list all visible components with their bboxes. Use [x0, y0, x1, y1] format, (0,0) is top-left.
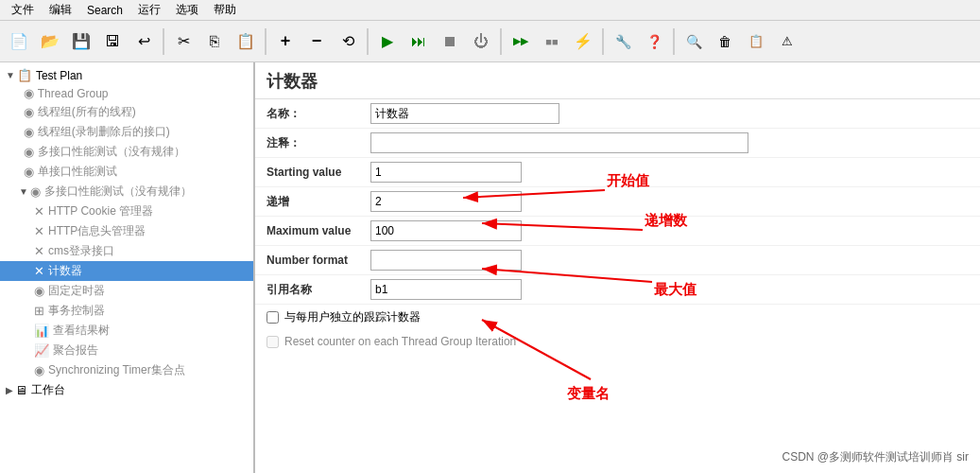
- toolbar-run-group: ▶ ⏭ ⏹ ⏻: [372, 26, 496, 57]
- toolbar-misc-group: 🔧 ❓: [608, 26, 669, 57]
- sidebar-item-transaction[interactable]: ⊞ 事务控制器: [0, 301, 253, 321]
- copy-button[interactable]: ⎘: [199, 26, 230, 57]
- starting-value-input[interactable]: [370, 162, 522, 183]
- menu-help[interactable]: 帮助: [206, 0, 244, 20]
- starting-value-label: Starting value: [266, 166, 370, 179]
- number-format-row: Number format: [255, 246, 980, 275]
- multi-norule2-icon: ◉: [30, 184, 41, 199]
- new-test-plan-button[interactable]: 📄: [4, 26, 34, 57]
- remove-button[interactable]: −: [301, 26, 332, 57]
- run-button[interactable]: ▶: [372, 26, 403, 57]
- reset-counter-label: Reset counter on each Thread Group Itera…: [284, 335, 516, 348]
- cut-button[interactable]: ✂: [168, 26, 198, 57]
- revert-button[interactable]: ↩: [129, 26, 159, 57]
- name-input[interactable]: [370, 103, 559, 124]
- sidebar-item-http-cookie[interactable]: ✕ HTTP Cookie 管理器: [0, 201, 253, 221]
- open-file-button[interactable]: 📂: [35, 26, 65, 57]
- menu-edit[interactable]: 编辑: [42, 0, 79, 20]
- sep6: [673, 28, 675, 55]
- clear-all-button[interactable]: 🗑: [710, 26, 740, 57]
- starting-value-row: Starting value: [255, 158, 980, 187]
- increment-label: 递增: [266, 194, 370, 210]
- menu-options[interactable]: 选项: [168, 0, 206, 20]
- paste-button[interactable]: 📋: [231, 26, 261, 57]
- sidebar-item-workbench[interactable]: ▶ 🖥 工作台: [0, 380, 253, 400]
- thread-login-label: 线程组(录制删除后的接口): [38, 124, 170, 140]
- menubar: 文件 编辑 Search 运行 选项 帮助: [0, 0, 980, 21]
- sidebar-item-aggregate-report[interactable]: 📈 聚合报告: [0, 341, 253, 360]
- cms-login-label: cms登录接口: [48, 243, 114, 259]
- function-helper-button[interactable]: 🔧: [608, 26, 638, 57]
- thread-all-label: 线程组(所有的线程): [38, 104, 136, 120]
- sidebar-item-view-results[interactable]: 📊 查看结果树: [0, 321, 253, 341]
- expand-test-plan-icon: ▼: [6, 70, 15, 80]
- content-panel: 计数器 名称： 注释： Starting value 递增 Maximum va…: [255, 62, 980, 473]
- thread-group-icon: ◉: [24, 86, 34, 100]
- panel-title: 计数器: [255, 62, 980, 99]
- sidebar-item-counter[interactable]: ✕ 计数器: [0, 261, 253, 281]
- multi-norule-icon: ◉: [24, 145, 34, 159]
- increment-input[interactable]: [370, 191, 522, 212]
- reset-counter-checkbox[interactable]: [266, 336, 279, 348]
- sidebar-item-sync-timer[interactable]: ◉ Synchronizing Timer集合点: [0, 360, 253, 380]
- remote-stop-button[interactable]: ■■: [537, 26, 567, 57]
- menu-run[interactable]: 运行: [130, 0, 168, 20]
- max-value-input[interactable]: [370, 220, 522, 241]
- toolbar-add-group: + − ⟲: [270, 26, 363, 57]
- expand-multi-norule2-icon: ▼: [19, 186, 28, 197]
- menu-search[interactable]: Search: [79, 2, 130, 19]
- comment-input[interactable]: [370, 132, 748, 153]
- sidebar-item-fixed-timer[interactable]: ◉ 固定定时器: [0, 281, 253, 301]
- http-header-label: HTTP信息头管理器: [48, 223, 146, 239]
- ref-name-input[interactable]: [370, 279, 522, 300]
- toolbar-file-group: 📄 📂 💾 🖫 ↩: [4, 26, 159, 57]
- per-user-row: 与每用户独立的跟踪计数器: [255, 305, 980, 330]
- add-button[interactable]: +: [270, 26, 301, 57]
- single-icon: ◉: [24, 165, 34, 179]
- sidebar-item-multi-norule2[interactable]: ▼ ◉ 多接口性能测试（没有规律）: [0, 182, 253, 201]
- number-format-label: Number format: [266, 254, 370, 267]
- help-button[interactable]: ❓: [639, 26, 669, 57]
- test-plan-icon: 📋: [17, 68, 32, 82]
- http-cookie-icon: ✕: [34, 204, 44, 219]
- search-button[interactable]: 🔍: [679, 26, 709, 57]
- main-container: ▼ 📋 Test Plan ◉ Thread Group ◉ 线程组(所有的线程…: [0, 62, 980, 473]
- per-user-label: 与每用户独立的跟踪计数器: [284, 309, 421, 325]
- per-user-checkbox[interactable]: [266, 311, 279, 324]
- sidebar-item-multi-norule[interactable]: ◉ 多接口性能测试（没有规律）: [0, 142, 253, 162]
- cms-login-icon: ✕: [34, 244, 44, 258]
- clear-button[interactable]: ⟲: [333, 26, 363, 57]
- log-viewer-button[interactable]: 📋: [741, 26, 771, 57]
- view-results-label: 查看结果树: [53, 323, 110, 339]
- workbench-icon: 🖥: [15, 383, 27, 397]
- sidebar-item-thread-group[interactable]: ◉ Thread Group: [0, 84, 253, 102]
- run-no-pause-button[interactable]: ⏭: [404, 26, 434, 57]
- expand-thread-group-icon: [19, 88, 22, 98]
- sidebar-item-test-plan[interactable]: ▼ 📋 Test Plan: [0, 66, 253, 84]
- comment-row: 注释：: [255, 129, 980, 158]
- sidebar-item-http-header[interactable]: ✕ HTTP信息头管理器: [0, 221, 253, 241]
- shutdown-button[interactable]: ⏻: [466, 26, 496, 57]
- increment-row: 递增: [255, 187, 980, 217]
- aggregate-report-icon: 📈: [34, 343, 49, 358]
- max-value-label: Maximum value: [266, 224, 370, 237]
- stop-button[interactable]: ⏹: [435, 26, 465, 57]
- expand-thread-all-icon: [19, 107, 22, 117]
- number-format-input[interactable]: [370, 250, 522, 271]
- sep5: [602, 28, 604, 55]
- sidebar: ▼ 📋 Test Plan ◉ Thread Group ◉ 线程组(所有的线程…: [0, 62, 255, 473]
- remote-start-button[interactable]: ▶▶: [506, 26, 536, 57]
- sidebar-item-thread-all[interactable]: ◉ 线程组(所有的线程): [0, 102, 253, 122]
- fixed-timer-icon: ◉: [34, 284, 44, 298]
- log-errors-button[interactable]: ⚠: [772, 26, 802, 57]
- thread-group-label: Thread Group: [38, 87, 109, 100]
- menu-file[interactable]: 文件: [4, 0, 42, 20]
- sidebar-item-single[interactable]: ◉ 单接口性能测试: [0, 162, 253, 182]
- remote-shutdown-button[interactable]: ⚡: [568, 26, 598, 57]
- save-as-button[interactable]: 🖫: [97, 26, 128, 57]
- save-file-button[interactable]: 💾: [66, 26, 96, 57]
- sidebar-item-cms-login[interactable]: ✕ cms登录接口: [0, 241, 253, 261]
- sidebar-item-thread-login[interactable]: ◉ 线程组(录制删除后的接口): [0, 122, 253, 142]
- transaction-label: 事务控制器: [48, 303, 105, 319]
- svg-text:变量名: 变量名: [567, 385, 610, 401]
